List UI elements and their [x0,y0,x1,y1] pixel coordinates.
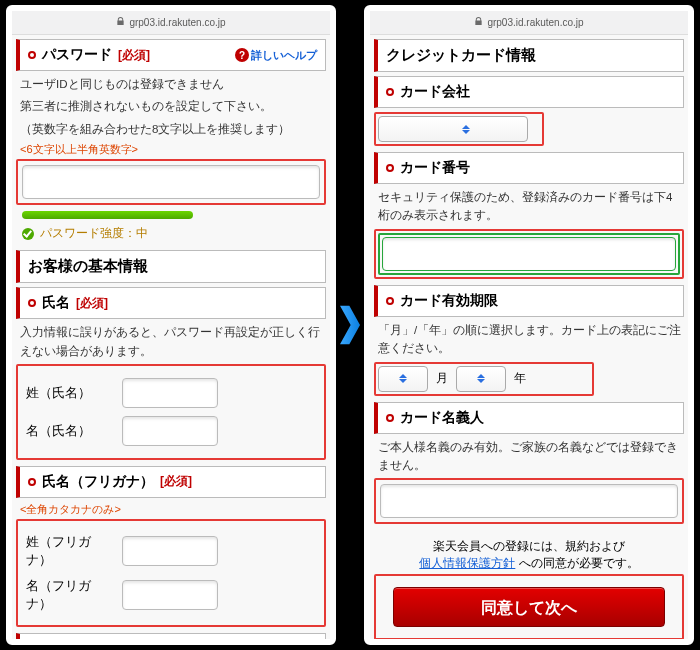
card-company-frame [374,112,544,146]
updown-icon [475,374,487,383]
kana-firstname-label: 名（フリガナ） [26,577,114,613]
section-title: 氏名（フリガナ） [42,473,154,491]
card-company-select[interactable] [378,116,528,142]
section-title: お客様の基本情報 [28,257,148,276]
card-holder-field[interactable] [380,484,678,518]
bullet-icon [386,297,394,305]
card-expiry-frame: 月 年 [374,362,594,396]
section-title: 氏名 [42,294,70,312]
svg-marker-0 [340,306,360,345]
lastname-label: 姓（氏名） [26,384,114,402]
agree-next-button[interactable]: 同意して次へ [393,587,665,627]
section-birthday: 誕生日 [必須] [16,633,326,639]
password-note-1: ユーザIDと同じものは登録できません [20,75,326,93]
section-card-number: カード番号 [374,152,684,184]
address-text: grp03.id.rakuten.co.jp [129,17,225,28]
section-title: カード名義人 [400,409,484,427]
password-note-3: （英数字を組み合わせた8文字以上を推奨します） [20,120,326,138]
updown-icon [460,125,472,134]
updown-icon [397,374,409,383]
section-password: パスワード [必須] ? 詳しいヘルプ [16,39,326,71]
card-number-note: セキュリティ保護のため、登録済みのカード番号は下4桁のみ表示されます。 [378,188,684,225]
section-title: パスワード [42,46,112,64]
expiry-year-select[interactable] [456,366,506,392]
bullet-icon [28,299,36,307]
expiry-month-select[interactable] [378,366,428,392]
firstname-field[interactable] [122,416,218,446]
password-hint: <6文字以上半角英数字> [20,142,322,157]
password-note-2: 第三者に推測されないものを設定して下さい。 [20,97,326,115]
address-bar: grp03.id.rakuten.co.jp [12,11,330,35]
left-screenshot: grp03.id.rakuten.co.jp パスワード [必須] ? 詳しいヘ… [6,5,336,645]
section-title: クレジットカード情報 [386,46,536,65]
section-title: カード有効期限 [400,292,498,310]
section-title: カード番号 [400,159,470,177]
check-icon [22,228,34,240]
agree-intro: 楽天会員への登録には、規約および 個人情報保護方針 への同意が必要です。 [374,538,684,572]
section-title: カード会社 [400,83,470,101]
arrow-icon [340,296,360,354]
lock-icon [474,17,483,28]
lock-icon [116,17,125,28]
section-credit-card: クレジットカード情報 [374,39,684,72]
password-field[interactable] [22,165,320,199]
section-card-holder: カード名義人 [374,402,684,434]
card-holder-note: ご本人様名義のみ有効。ご家族の名義などでは登録できません。 [378,438,684,475]
privacy-link-inline[interactable]: 個人情報保護方針 [419,556,515,570]
required-badge: [必須] [76,295,108,312]
bullet-icon [28,51,36,59]
required-badge: [必須] [160,473,192,490]
password-strength-text: パスワード強度：中 [40,225,148,242]
card-expiry-note: 「月」/「年」の順に選択します。カード上の表記にご注意ください。 [378,321,684,358]
password-input-frame [16,159,326,205]
year-label: 年 [514,370,526,387]
help-link[interactable]: ? 詳しいヘルプ [235,48,317,63]
agree-button-frame: 同意して次へ [374,574,684,639]
section-name: 氏名 [必須] [16,287,326,319]
bullet-icon [28,478,36,486]
required-badge: [必須] [118,47,150,64]
kana-lastname-field[interactable] [122,536,218,566]
section-card-expiry: カード有効期限 [374,285,684,317]
section-basic-info: お客様の基本情報 [16,250,326,283]
right-screenshot: grp03.id.rakuten.co.jp クレジットカード情報 カード会社 [364,5,694,645]
month-label: 月 [436,370,448,387]
card-number-field[interactable] [382,237,676,271]
bullet-icon [386,164,394,172]
kana-firstname-field[interactable] [122,580,218,610]
kana-hint: <全角カタカナのみ> [20,502,322,517]
address-text: grp03.id.rakuten.co.jp [487,17,583,28]
bullet-icon [386,414,394,422]
kana-input-frame: 姓（フリガナ） 名（フリガナ） [16,519,326,627]
name-note: 入力情報に誤りがあると、パスワード再設定が正しく行えない場合があります。 [20,323,326,360]
section-kana: 氏名（フリガナ） [必須] [16,466,326,498]
bullet-icon [386,88,394,96]
address-bar: grp03.id.rakuten.co.jp [370,11,688,35]
lastname-field[interactable] [122,378,218,408]
kana-lastname-label: 姓（フリガナ） [26,533,114,569]
firstname-label: 名（氏名） [26,422,114,440]
card-number-frame [374,229,684,279]
help-icon: ? [235,48,249,62]
card-holder-frame [374,478,684,524]
password-strength-bar [22,211,193,219]
name-input-frame: 姓（氏名） 名（氏名） [16,364,326,460]
section-card-company: カード会社 [374,76,684,108]
